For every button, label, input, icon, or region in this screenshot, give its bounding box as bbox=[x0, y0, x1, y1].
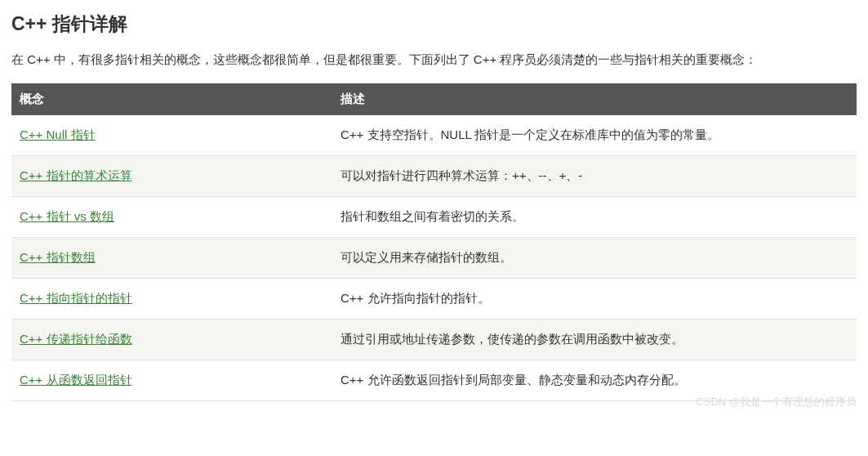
concept-description: 指针和数组之间有着密切的关系。 bbox=[332, 196, 857, 237]
table-row: C++ 传递指针给函数 通过引用或地址传递参数，使传递的参数在调用函数中被改变。 bbox=[11, 319, 857, 360]
concept-link-return-pointer-from-function[interactable]: C++ 从函数返回指针 bbox=[20, 373, 132, 387]
concept-link-pointer-array[interactable]: C++ 指针数组 bbox=[20, 250, 96, 264]
table-row: C++ 指针数组 可以定义用来存储指针的数组。 bbox=[11, 237, 857, 278]
table-row: C++ 指向指针的指针 C++ 允许指向指针的指针。 bbox=[11, 278, 857, 319]
table-row: C++ 指针 vs 数组 指针和数组之间有着密切的关系。 bbox=[11, 196, 857, 237]
concept-link-pointer-to-pointer[interactable]: C++ 指向指针的指针 bbox=[20, 291, 132, 305]
concept-description: 通过引用或地址传递参数，使传递的参数在调用函数中被改变。 bbox=[332, 319, 857, 360]
concept-description: 可以对指针进行四种算术运算：++、--、+、- bbox=[332, 155, 857, 196]
concept-link-pass-pointer-to-function[interactable]: C++ 传递指针给函数 bbox=[20, 332, 132, 346]
table-header-concept: 概念 bbox=[11, 83, 332, 115]
concept-link-null-pointer[interactable]: C++ Null 指针 bbox=[20, 127, 96, 141]
table-row: C++ Null 指针 C++ 支持空指针。NULL 指针是一个定义在标准库中的… bbox=[11, 115, 857, 156]
concept-description: C++ 允许指向指针的指针。 bbox=[332, 278, 857, 319]
concept-description: C++ 支持空指针。NULL 指针是一个定义在标准库中的值为零的常量。 bbox=[332, 115, 857, 156]
concept-description: 可以定义用来存储指针的数组。 bbox=[332, 237, 857, 278]
table-header-description: 描述 bbox=[332, 83, 857, 115]
watermark: CSDN @我是一个有理想的程序员 bbox=[696, 395, 857, 409]
table-row: C++ 指针的算术运算 可以对指针进行四种算术运算：++、--、+、- bbox=[11, 155, 857, 196]
intro-paragraph: 在 C++ 中，有很多指针相关的概念，这些概念都很简单，但是都很重要。下面列出了… bbox=[11, 48, 857, 72]
concept-table: 概念 描述 C++ Null 指针 C++ 支持空指针。NULL 指针是一个定义… bbox=[11, 83, 857, 401]
concept-link-pointer-arithmetic[interactable]: C++ 指针的算术运算 bbox=[20, 168, 132, 182]
concept-link-pointer-vs-array[interactable]: C++ 指针 vs 数组 bbox=[20, 209, 114, 223]
page-title: C++ 指针详解 bbox=[11, 11, 857, 37]
